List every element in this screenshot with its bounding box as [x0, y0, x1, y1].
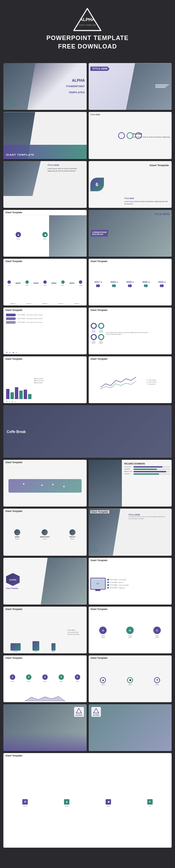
slide-11-shape-1 [6, 314, 16, 316]
svg-text:A: A [94, 549, 95, 551]
slide-19-badge: A [90, 545, 99, 554]
slide-17-skill-1: BLOGGING [124, 466, 170, 468]
slide-15[interactable]: Coffe Break [3, 405, 172, 458]
svg-marker-7 [25, 696, 65, 701]
slide-28-header: Giant Template [3, 753, 172, 758]
slide-18-member-2: ANDREW NICK Developer [40, 529, 50, 540]
slide-4[interactable]: TITLE HERE TITLE HERE Lorem ipsum dolor … [89, 112, 172, 159]
slide-8-badge: LOREM IPSUMDOLOR SIT [90, 230, 109, 237]
slide-9-line-3 [51, 283, 57, 283]
slide-3[interactable]: GIANT TEMPLATE [3, 112, 87, 159]
slide-17-content: RICARD DONMON BLOGGING READING MARKETING… [124, 462, 170, 475]
slide-16-map-shape [8, 479, 82, 493]
slide-18[interactable]: Giant Template BRIAN Designer ANDREW NIC… [3, 509, 87, 555]
slide-7-image [49, 215, 86, 257]
slide-7-icon-2: ◀ Share [42, 232, 48, 240]
slide-5[interactable]: TITLE HERE Lorem ipsum dolor sit amet co… [3, 161, 87, 208]
slide-18-header: Giant Template [3, 509, 87, 514]
slide-13-header: Giant Template [3, 356, 87, 361]
slide-1-content: ALPHA POWERPOINTTEMPLATES [66, 78, 85, 95]
slide-9-item-4: 2017 [61, 280, 65, 286]
slide-12-circ-4: TITLEHERE [98, 334, 104, 344]
slide-28[interactable]: Giant Template ⊞ Lorem ▲ Ipsum ◀ Dolor ✦… [3, 753, 172, 848]
slide-10-year-2: 2018 ● [110, 281, 118, 289]
slide-19[interactable]: Giant Template TITLE HERE Lorem ipsum do… [89, 509, 172, 555]
slide-14-text: ① Lorem ipsum ② dolor sit amet ③ consect… [147, 379, 169, 385]
slide-11[interactable]: Giant Template TITLE HERE - Lorem ipsum … [3, 308, 87, 354]
svg-text:GIANT TEMPLATE: GIANT TEMPLATE [79, 24, 96, 26]
slide-20-image [41, 558, 86, 605]
slide-12-text: Lorem ipsum dolor sit amet consectetur a… [106, 332, 149, 335]
slide-27[interactable]: ALPHA [89, 704, 172, 751]
slide-15-overlay [3, 405, 172, 458]
slide-24-step-2: 2 Step [26, 674, 31, 682]
slide-21-features: TITLE HERE - Lorem ipsum TITLE HERE - do… [107, 579, 129, 589]
slide-20[interactable]: ALPHA Giant Template [3, 558, 87, 605]
slide-24-step-5: 5 Step [75, 674, 80, 682]
slide-28-shape-3: ◀ [106, 799, 111, 805]
slide-17[interactable]: RICARD DONMON BLOGGING READING MARKETING… [89, 460, 172, 507]
slide-28-shape-2: ▲ [64, 799, 69, 805]
slide-3-bar [3, 145, 87, 159]
slide-11-arrow-2: TITLE HERE - Lorem ipsum dolor sit amet [6, 317, 84, 320]
slide-12-circles: TITLEHERE TITLEHERE TITLEHERE TITLEHERE [91, 323, 104, 344]
slide-9[interactable]: Giant Template 2011 2013 2015 2017 [3, 259, 87, 305]
slide-25[interactable]: Giant Template ▲ TITLE ◀ TITLE ✦ TITLE [89, 655, 172, 702]
svg-marker-9 [76, 708, 82, 713]
slide-7-icon-label-2: Share [43, 238, 47, 240]
slide-23[interactable]: Giant Template A TITLEHERE B TITLEHERE C… [89, 607, 172, 653]
slide-26-overlay [3, 732, 87, 751]
slide-2-lines [155, 84, 169, 88]
slide-12-circ-3: TITLEHERE [91, 334, 97, 344]
slide-26-alpha-text: ALPHA [75, 714, 83, 716]
slide-22-device-2: Tablet [32, 641, 39, 652]
slide-6[interactable]: 6 Giant Template TITLE HERE Lorem ipsum … [89, 161, 172, 208]
slide-13-bar-5 [24, 390, 27, 399]
slide-12[interactable]: Giant Template TITLEHERE TITLEHERE TITLE… [89, 308, 172, 354]
slide-9-dot-1 [7, 280, 11, 284]
slide-13[interactable]: Giant Template ◀ Lorem ipsum ◀ dolor sit… [3, 356, 87, 403]
slide-8-title: TITLE HERE [154, 213, 170, 216]
slide-18-team: BRIAN Designer ANDREW NICK Developer TWE… [3, 514, 87, 555]
slide-9-item-3: 2015 [43, 280, 47, 286]
slide-2[interactable]: TITTLE HERE [89, 63, 172, 110]
slide-22[interactable]: Giant Template Desktop Tablet Mobile TIT… [3, 607, 87, 653]
slide-16[interactable]: Giant Template [3, 460, 87, 507]
slide-10-year-1: 2017 ● [94, 281, 102, 289]
slide-13-bar-4 [19, 391, 23, 399]
slide-10-arrow-5 [160, 284, 164, 288]
slide-10-year-3: 2019 ● [126, 281, 134, 289]
slide-26[interactable]: ALPHA [3, 704, 87, 751]
slide-14[interactable]: Giant Template ① Lorem ipsum ② dolor sit… [89, 356, 172, 403]
slide-5-title: TITLE HERE [47, 164, 85, 166]
slide-16-header: Giant Template [3, 460, 87, 465]
slide-8[interactable]: LOREM IPSUMDOLOR SIT TITLE HERE [89, 210, 172, 257]
slide-11-shape-3 [6, 321, 16, 324]
slide-15-title: Coffe Break [7, 430, 26, 433]
slide-13-bar-3 [15, 387, 18, 399]
slide-10[interactable]: Giant Template 2017 ● 2018 ● 2019 ● 2020… [89, 259, 172, 305]
slide-23-item-b: B TITLEHERE [126, 627, 134, 638]
slide-24-mountains [3, 696, 87, 702]
slide-18-avatar-2 [42, 529, 48, 535]
slide-25-shape-1: ▲ [100, 677, 106, 683]
slide-24[interactable]: Giant Template 1 Step 2 Step 3 Step 4 St… [3, 655, 87, 702]
slide-9-dot-3 [43, 280, 47, 284]
slide-6-shape: 6 [90, 178, 104, 191]
slide-17-name: RICARD DONMON [124, 462, 170, 465]
slide-7[interactable]: Giant Template ▲ Items ◀ Share ✦ Stars [3, 210, 87, 257]
slide-21[interactable]: Giant Template MAP TITLE HERE - Lorem ip… [89, 558, 172, 605]
slide-1[interactable]: ALPHA POWERPOINTTEMPLATES A [3, 63, 87, 110]
slide-23-letter-b: B [126, 627, 134, 634]
slide-21-feat-1: TITLE HERE - Lorem ipsum [107, 579, 129, 580]
slide-21-header: Giant Template [89, 558, 172, 563]
slide-19-header: Giant Template [90, 510, 109, 513]
slide-10-arrow-1 [96, 284, 100, 288]
slide-25-icons: ▲ TITLE ◀ TITLE ✦ TITLE [89, 660, 172, 702]
slide-28-shape-1: ⊞ [22, 799, 28, 805]
slide-9-timeline: 2011 2013 2015 2017 2019 [3, 264, 87, 303]
slide-19-content: TITLE HERE Lorem ipsum dolor sit amet co… [128, 514, 170, 519]
slide-20-badge: ALPHA Giant Template [6, 573, 20, 589]
slide-25-header: Giant Template [89, 655, 172, 660]
slide-13-chart: ◀ Lorem ipsum ◀ dolor sit amet ◀ consect… [3, 361, 87, 400]
